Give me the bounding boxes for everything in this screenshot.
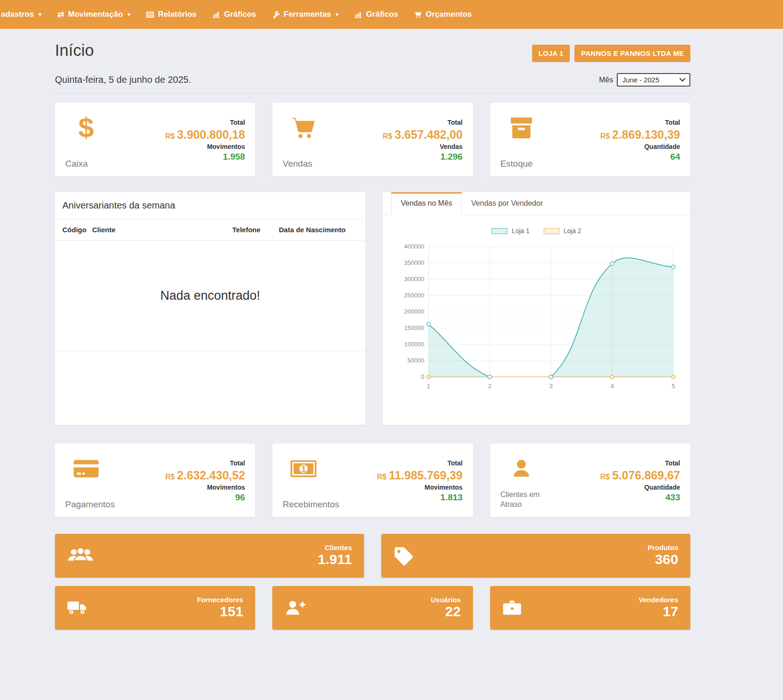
- stat-card-title: Estoque: [500, 159, 574, 169]
- stat-card-recebimentos: 1 Recebimentos Total R$11.985.769,39 Mov…: [272, 444, 472, 517]
- store-button[interactable]: LOJA 1: [532, 45, 570, 62]
- legend-swatch: [492, 228, 507, 234]
- nav-item-graficos-2[interactable]: Gráficos: [346, 0, 406, 29]
- total-value: R$3.900.800,18: [139, 128, 245, 141]
- legend-label: Loja 1: [512, 227, 529, 235]
- birthdays-panel: Aniversariantes da semana Código Cliente…: [55, 192, 365, 425]
- tile-label: Usuários: [320, 596, 460, 604]
- total-label: Total: [356, 459, 462, 467]
- svg-text:4: 4: [610, 383, 614, 390]
- tile-label: Clientes: [102, 544, 352, 552]
- chevron-down-icon: [679, 78, 686, 82]
- stat-card-vendas: Vendas Total R$3.657.482,00 Vendas 1.296: [272, 103, 472, 176]
- svg-text:2: 2: [488, 383, 491, 390]
- cart-icon: [414, 11, 422, 18]
- tile-value: 1.911: [102, 552, 352, 568]
- stat-card-title: Pagamentos: [65, 499, 139, 510]
- total-value: R$11.985.769,39: [356, 468, 462, 482]
- archive-box-icon: [504, 111, 539, 145]
- tile-value: 17: [538, 604, 678, 620]
- header-divider: [55, 93, 690, 94]
- truck-icon: [67, 600, 102, 615]
- svg-text:1: 1: [427, 383, 430, 390]
- tile-value: 151: [102, 604, 243, 620]
- svg-text:200000: 200000: [404, 308, 424, 315]
- tab-vendas-no-mes[interactable]: Vendas no Mês: [391, 192, 462, 215]
- nav-item-relatorios[interactable]: Relatórios: [138, 0, 204, 29]
- count-value: 1.296: [356, 152, 462, 162]
- column-header-nascimento: Data de Nascimento: [279, 226, 358, 234]
- total-label: Total: [356, 119, 462, 126]
- month-select[interactable]: June - 2025: [617, 73, 690, 87]
- caret-down-icon: ▾: [336, 11, 338, 18]
- user-icon: [504, 452, 539, 485]
- month-select-value: June - 2025: [622, 76, 659, 84]
- count-label: Movimentos: [139, 484, 245, 491]
- nav-item-ferramentas[interactable]: Ferramentas ▾: [264, 0, 346, 29]
- total-label: Total: [139, 459, 245, 467]
- tile-fornecedores[interactable]: Fornecedores 151: [55, 586, 255, 630]
- count-value: 433: [574, 492, 680, 503]
- main-content: Início LOJA 1 PANNOS E PANNOS LTDA ME Qu…: [55, 29, 690, 658]
- tile-label: Fornecedores: [102, 596, 243, 604]
- tab-vendas-por-vendedor[interactable]: Vendas por Vendedor: [462, 192, 552, 215]
- count-label: Movimentos: [356, 484, 462, 491]
- empty-state-message: Nada encontrado!: [55, 241, 365, 351]
- sales-tabs: Vendas no Mês Vendas por Vendedor: [383, 192, 690, 215]
- wrench-icon: [272, 11, 280, 19]
- count-value: 1.958: [139, 152, 245, 162]
- count-label: Vendas: [356, 143, 462, 150]
- stat-card-pagamentos: Pagamentos Total R$2.632.430,52 Moviment…: [55, 444, 255, 517]
- banknote-icon: 1: [286, 452, 321, 485]
- svg-text:3: 3: [549, 383, 553, 390]
- bar-chart-icon: [354, 11, 362, 18]
- nav-item-movimentacao[interactable]: ⇄ Movimentação ▾: [49, 0, 138, 29]
- nav-label: Relatórios: [158, 10, 196, 19]
- column-header-cliente: Cliente: [92, 226, 232, 234]
- month-label: Mês: [599, 76, 613, 84]
- column-header-codigo: Código: [62, 226, 92, 234]
- nav-item-graficos-1[interactable]: Gráficos: [204, 0, 264, 29]
- nav-item-orcamentos[interactable]: Orçamentos: [406, 0, 479, 29]
- caret-down-icon: ▾: [39, 11, 41, 18]
- nav-label: Movimentação: [68, 10, 123, 19]
- svg-text:150000: 150000: [404, 324, 424, 331]
- nav-label: Orçamentos: [425, 10, 472, 19]
- legend-swatch: [544, 228, 560, 234]
- legend-item[interactable]: Loja 2: [544, 227, 581, 235]
- legend-item[interactable]: Loja 1: [492, 227, 529, 235]
- nav-label: Gráficos: [224, 10, 256, 19]
- total-value: R$5.076.869,67: [574, 468, 680, 482]
- users-icon: [67, 546, 102, 565]
- birthdays-title: Aniversariantes da semana: [55, 192, 365, 219]
- svg-text:100000: 100000: [404, 341, 424, 348]
- total-label: Total: [574, 459, 680, 467]
- bar-chart-icon: [212, 11, 220, 18]
- stat-card-estoque: Estoque Total R$2.869.130,39 Quantidade …: [490, 103, 690, 176]
- caret-down-icon: ▾: [128, 11, 130, 18]
- stat-card-title: Recebimentos: [283, 499, 356, 510]
- svg-text:350000: 350000: [404, 259, 424, 266]
- tile-produtos[interactable]: Produtos 360: [381, 534, 690, 578]
- tile-usuarios[interactable]: Usuários 22: [272, 586, 472, 630]
- count-label: Movimentos: [139, 143, 245, 150]
- company-button[interactable]: PANNOS E PANNOS LTDA ME: [574, 45, 690, 62]
- count-value: 1.813: [356, 492, 462, 503]
- count-label: Quantidade: [574, 143, 680, 150]
- exchange-icon: ⇄: [57, 10, 64, 19]
- report-icon: [146, 11, 154, 18]
- current-date: Quinta-feira, 5 de junho de 2025.: [55, 74, 191, 85]
- sales-chart-area: Loja 1Loja 2 050000100000150000200000250…: [383, 215, 690, 403]
- tile-clientes[interactable]: Clientes 1.911: [55, 534, 364, 578]
- top-navbar: adastros ▾ ⇄ Movimentação ▾ Relatórios G…: [0, 0, 783, 29]
- page-title: Início: [55, 41, 94, 60]
- total-label: Total: [139, 119, 245, 126]
- column-header-telefone: Telefone: [232, 226, 279, 234]
- count-value: 96: [139, 492, 245, 503]
- svg-text:50000: 50000: [407, 357, 424, 364]
- svg-text:5: 5: [672, 383, 675, 390]
- count-value: 64: [574, 152, 680, 162]
- total-value: R$2.869.130,39: [574, 128, 680, 141]
- tile-vendedores[interactable]: Vendedores 17: [490, 586, 690, 630]
- nav-item-cadastros[interactable]: adastros ▾: [0, 0, 49, 29]
